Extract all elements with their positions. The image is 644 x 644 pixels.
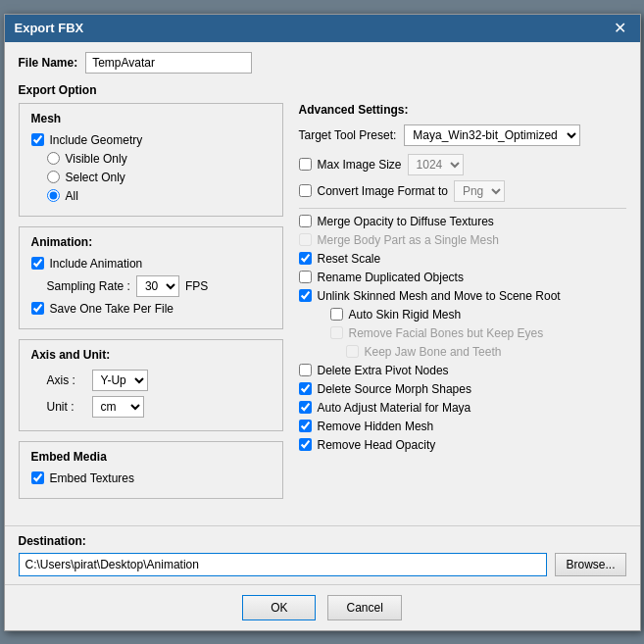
save-one-take-checkbox[interactable] (31, 302, 44, 315)
merge-body-checkbox[interactable] (299, 233, 312, 246)
delete-source-label[interactable]: Delete Source Morph Shapes (318, 382, 471, 396)
reset-scale-checkbox[interactable] (299, 252, 312, 265)
reset-scale-row: Reset Scale (299, 252, 626, 266)
target-preset-select[interactable]: Maya_Win32-bit_Optimized Maya 3ds Max Un… (404, 124, 580, 146)
reset-scale-label[interactable]: Reset Scale (318, 252, 381, 266)
right-column: Advanced Settings: Target Tool Preset: M… (299, 103, 626, 509)
radio-group: Visible Only Select Only All (47, 152, 271, 203)
advanced-title: Advanced Settings: (299, 103, 626, 117)
max-image-label[interactable]: Max Image Size (318, 158, 402, 172)
save-one-take-label[interactable]: Save One Take Per File (50, 302, 174, 316)
axis-unit-group: Axis and Unit: Axis : Y-Up Z-Up Unit : c… (19, 339, 283, 431)
all-radio[interactable] (47, 189, 60, 202)
visible-only-row: Visible Only (47, 152, 271, 166)
file-name-row: File Name: (19, 52, 626, 74)
keep-jaw-row: Keep Jaw Bone and Teeth (346, 345, 626, 359)
remove-hidden-checkbox[interactable] (299, 420, 312, 432)
keep-jaw-checkbox[interactable] (346, 345, 359, 358)
select-only-radio[interactable] (47, 171, 60, 183)
all-label[interactable]: All (66, 189, 78, 203)
browse-button[interactable]: Browse... (555, 553, 625, 576)
merge-body-label: Merge Body Part as a Single Mesh (318, 233, 499, 247)
axis-unit-title: Axis and Unit: (31, 348, 271, 362)
include-geometry-checkbox[interactable] (31, 133, 44, 146)
unlink-skinned-checkbox[interactable] (299, 289, 312, 302)
dialog-title: Export FBX (15, 21, 84, 35)
unit-row: Unit : cm m mm inch (47, 396, 271, 418)
delete-pivot-label[interactable]: Delete Extra Pivot Nodes (318, 364, 449, 377)
close-button[interactable]: ✕ (610, 21, 630, 36)
remove-facial-checkbox[interactable] (330, 326, 343, 339)
dialog-footer: OK Cancel (5, 584, 640, 630)
rename-dup-checkbox[interactable] (299, 271, 312, 283)
file-name-input[interactable] (85, 52, 252, 74)
delete-source-checkbox[interactable] (299, 382, 312, 395)
all-row: All (47, 189, 271, 203)
max-image-row: Max Image Size 1024 (299, 154, 626, 175)
save-one-take-row: Save One Take Per File (31, 302, 271, 316)
destination-section: Destination: Browse... (5, 525, 640, 584)
merge-opacity-checkbox[interactable] (299, 215, 312, 227)
include-animation-row: Include Animation (31, 257, 271, 271)
sampling-rate-select[interactable]: 30 (136, 275, 179, 297)
max-image-select[interactable]: 1024 (408, 154, 464, 175)
destination-label: Destination: (19, 534, 626, 548)
export-option-label: Export Option (19, 83, 626, 97)
delete-pivot-checkbox[interactable] (299, 364, 312, 376)
embed-textures-label[interactable]: Embed Textures (50, 471, 135, 485)
convert-image-label[interactable]: Convert Image Format to (318, 184, 448, 198)
auto-adjust-label[interactable]: Auto Adjust Material for Maya (318, 401, 471, 415)
auto-skin-row: Auto Skin Rigid Mesh (330, 308, 626, 322)
export-fbx-dialog: Export FBX ✕ File Name: Export Option Me… (4, 14, 641, 631)
axis-select[interactable]: Y-Up Z-Up (92, 370, 148, 391)
visible-only-radio[interactable] (47, 152, 60, 165)
convert-image-select[interactable]: Png (454, 180, 505, 202)
auto-adjust-checkbox[interactable] (299, 401, 312, 414)
rename-dup-label[interactable]: Rename Duplicated Objects (318, 271, 464, 284)
remove-head-label[interactable]: Remove Head Opacity (318, 438, 436, 452)
merge-opacity-label[interactable]: Merge Opacity to Diffuse Textures (318, 215, 494, 228)
remove-hidden-label[interactable]: Remove Hidden Mesh (318, 420, 434, 433)
convert-image-checkbox[interactable] (299, 184, 312, 197)
animation-title: Animation: (31, 235, 271, 249)
file-name-label: File Name: (19, 56, 78, 70)
mesh-group: Mesh Include Geometry Visible Only Selec… (19, 103, 283, 217)
max-image-checkbox[interactable] (299, 158, 312, 171)
destination-row: Browse... (19, 553, 626, 576)
remove-head-row: Remove Head Opacity (299, 438, 626, 452)
include-animation-label[interactable]: Include Animation (50, 257, 143, 271)
remove-head-checkbox[interactable] (299, 438, 312, 451)
visible-only-label[interactable]: Visible Only (66, 152, 127, 166)
animation-group: Animation: Include Animation Sampling Ra… (19, 226, 283, 329)
axis-row: Axis : Y-Up Z-Up (47, 370, 271, 391)
auto-skin-checkbox[interactable] (330, 308, 343, 321)
axis-label: Axis : (47, 373, 86, 387)
select-only-label[interactable]: Select Only (66, 171, 125, 184)
remove-hidden-row: Remove Hidden Mesh (299, 420, 626, 433)
rename-dup-row: Rename Duplicated Objects (299, 271, 626, 284)
remove-facial-label: Remove Facial Bones but Keep Eyes (349, 326, 544, 340)
left-column: Mesh Include Geometry Visible Only Selec… (19, 103, 283, 509)
auto-skin-label[interactable]: Auto Skin Rigid Mesh (349, 308, 462, 322)
embed-textures-checkbox[interactable] (31, 471, 44, 484)
sampling-rate-row: Sampling Rate : 30 FPS (47, 275, 271, 297)
cancel-button[interactable]: Cancel (327, 595, 401, 620)
target-preset-label: Target Tool Preset: (299, 128, 397, 142)
destination-input[interactable] (19, 553, 548, 576)
remove-facial-row: Remove Facial Bones but Keep Eyes (330, 326, 626, 340)
include-animation-checkbox[interactable] (31, 257, 44, 270)
unlink-skinned-row: Unlink Skinned Mesh and Move to Scene Ro… (299, 289, 626, 303)
unit-select[interactable]: cm m mm inch (92, 396, 144, 418)
target-preset-row: Target Tool Preset: Maya_Win32-bit_Optim… (299, 124, 626, 146)
fps-label: FPS (185, 279, 208, 293)
merge-body-row: Merge Body Part as a Single Mesh (299, 233, 626, 247)
main-columns: Mesh Include Geometry Visible Only Selec… (19, 103, 626, 509)
include-geometry-label[interactable]: Include Geometry (50, 133, 143, 147)
convert-image-row: Convert Image Format to Png (299, 180, 626, 202)
embed-media-group: Embed Media Embed Textures (19, 441, 283, 499)
unlink-skinned-label[interactable]: Unlink Skinned Mesh and Move to Scene Ro… (318, 289, 561, 303)
ok-button[interactable]: OK (242, 595, 316, 620)
mesh-title: Mesh (31, 112, 271, 125)
auto-adjust-row: Auto Adjust Material for Maya (299, 401, 626, 415)
title-bar: Export FBX ✕ (5, 15, 640, 42)
